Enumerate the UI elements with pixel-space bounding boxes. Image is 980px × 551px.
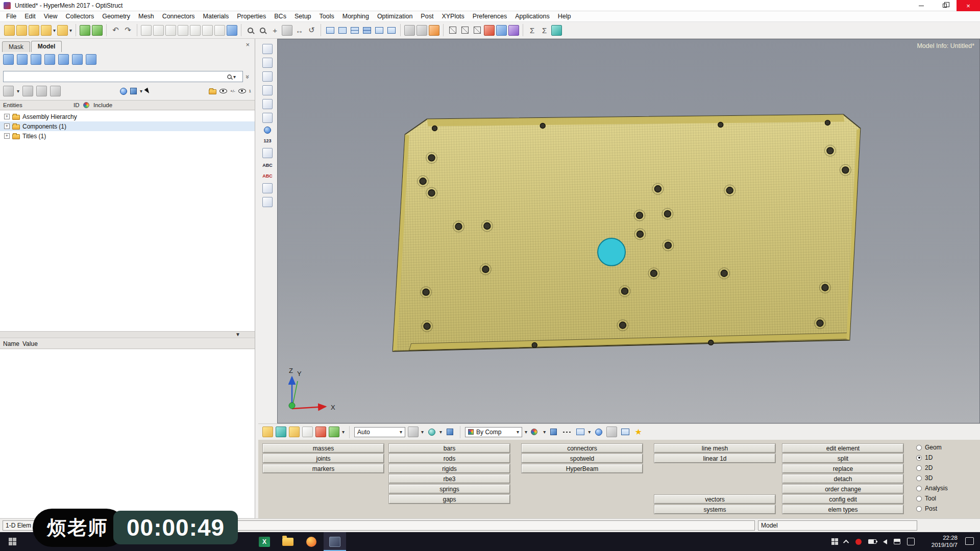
text-abc-red-icon[interactable]: ABC: [262, 172, 273, 180]
element-sphere-icon[interactable]: [426, 427, 437, 437]
show-hide-eye-icon[interactable]: [219, 89, 227, 93]
expand-tree-chevron-icon[interactable]: ▾: [17, 88, 19, 94]
export-icon[interactable]: [57, 25, 68, 36]
layout-two-horizontal-icon[interactable]: [349, 25, 360, 36]
expand-icon[interactable]: +: [4, 114, 10, 119]
include-page-icon[interactable]: [302, 427, 313, 437]
restore-button[interactable]: [933, 0, 957, 11]
config-edit-button[interactable]: config edit: [782, 495, 903, 504]
start-button[interactable]: [0, 532, 24, 551]
refresh-tree-icon[interactable]: [50, 86, 61, 96]
flag-icon[interactable]: [329, 427, 339, 437]
expand-tree-icon[interactable]: [3, 86, 14, 96]
menu-help[interactable]: Help: [554, 12, 575, 21]
edit-element-button[interactable]: edit element: [782, 444, 903, 453]
layout-four-icon[interactable]: [361, 25, 372, 36]
pin-icon[interactable]: [315, 427, 326, 437]
taskbar-explorer[interactable]: [277, 532, 299, 551]
taskview-grid-icon[interactable]: [831, 538, 838, 545]
menu-view[interactable]: View: [40, 12, 62, 21]
user-profiles-icon[interactable]: [80, 25, 90, 36]
pan-icon[interactable]: [282, 25, 292, 36]
entity-view-icon[interactable]: [3, 54, 14, 65]
menu-bcs[interactable]: BCs: [270, 12, 290, 21]
export-chevron-icon[interactable]: ▾: [69, 28, 72, 33]
entities-column-header[interactable]: Entities: [3, 102, 22, 108]
panel-close-icon[interactable]: ×: [246, 41, 250, 48]
hyperbeam-button[interactable]: HyperBeam: [522, 464, 643, 473]
property-table[interactable]: [0, 349, 255, 518]
network-icon[interactable]: [894, 539, 900, 544]
menu-preferences[interactable]: Preferences: [469, 12, 511, 21]
expand-icon[interactable]: +: [4, 133, 10, 139]
selected-hole-highlight[interactable]: [598, 238, 625, 266]
taskbar-clock[interactable]: 22:28 2019/10/7: [932, 534, 958, 548]
sync-selection-icon[interactable]: [36, 86, 47, 96]
recording-dot-icon[interactable]: [855, 539, 862, 545]
load-view-icon[interactable]: [17, 54, 28, 65]
info-icon[interactable]: [264, 127, 271, 134]
color-mode-combo[interactable]: By Comp ▾: [465, 427, 522, 437]
menu-setup[interactable]: Setup: [290, 12, 315, 21]
mask-icon[interactable]: [429, 25, 439, 36]
detach-button[interactable]: detach: [782, 474, 903, 483]
numbering-icon[interactable]: [551, 25, 562, 36]
rigids-button[interactable]: rigids: [389, 464, 510, 473]
menu-geometry[interactable]: Geometry: [98, 12, 134, 21]
import-chevron-icon[interactable]: ▾: [53, 28, 56, 33]
msphere-chevron-icon[interactable]: ▾: [543, 429, 546, 435]
mesh-model[interactable]: [278, 39, 979, 423]
sphere-chevron-icon[interactable]: ▾: [439, 429, 442, 435]
open-model-icon[interactable]: [16, 25, 27, 36]
name-column-header[interactable]: Name: [3, 340, 19, 347]
zoom-in-icon[interactable]: [245, 25, 256, 36]
mask-page-icon[interactable]: [262, 71, 273, 82]
measure-icon[interactable]: [404, 25, 415, 36]
collapse-tree-icon[interactable]: [22, 86, 33, 96]
bars-button[interactable]: bars: [389, 444, 510, 453]
menu-file[interactable]: File: [2, 12, 20, 21]
zoom-area-icon[interactable]: [257, 25, 268, 36]
section-page-icon[interactable]: [262, 113, 273, 123]
panel-expand-icon[interactable]: »: [244, 72, 252, 81]
include-column-header[interactable]: Include: [93, 102, 112, 108]
wireframe-geometry-icon[interactable]: [447, 25, 458, 36]
line-mesh-button[interactable]: line mesh: [654, 444, 775, 453]
menu-collectors[interactable]: Collectors: [62, 12, 99, 21]
layers-chevron-icon[interactable]: ▾: [588, 429, 591, 435]
radio-post[interactable]: Post: [916, 505, 937, 512]
expand-window-icon[interactable]: [386, 25, 397, 36]
id-column-header[interactable]: ID: [74, 102, 80, 108]
splitter-arrow-icon[interactable]: ▼: [235, 332, 240, 337]
color-extra-chevron-icon[interactable]: ▾: [525, 429, 527, 435]
layout-two-vertical-icon[interactable]: [337, 25, 348, 36]
tree-item-components[interactable]: + Components (1): [0, 121, 255, 131]
component-page-icon[interactable]: [289, 427, 300, 437]
grid-mesh-icon[interactable]: [606, 427, 617, 437]
notes-page-icon[interactable]: [262, 99, 273, 109]
tab-mask[interactable]: Mask: [2, 41, 30, 52]
search-icon[interactable]: [227, 74, 232, 79]
radio-geom[interactable]: Geom: [916, 444, 942, 451]
scale-icon[interactable]: [165, 25, 176, 36]
taskbar-hypermesh[interactable]: [324, 532, 346, 551]
rods-button[interactable]: rods: [389, 454, 510, 463]
review-icon[interactable]: [44, 54, 55, 65]
translate-icon[interactable]: [141, 25, 152, 36]
browser-config-icon[interactable]: [72, 54, 83, 65]
shaded-geometry-icon[interactable]: [459, 25, 470, 36]
project-icon[interactable]: [190, 25, 201, 36]
rotate-view-icon[interactable]: ↺: [306, 25, 317, 36]
gaps-button[interactable]: gaps: [389, 495, 510, 504]
save-model-icon[interactable]: [29, 25, 39, 36]
section-cut-icon[interactable]: [416, 25, 427, 36]
numbering-123-icon[interactable]: 123: [262, 137, 273, 144]
rbe3-button[interactable]: rbe3: [389, 474, 510, 483]
reflect-icon[interactable]: [178, 25, 188, 36]
capture-icon[interactable]: [227, 25, 237, 36]
layout-single-icon[interactable]: [325, 25, 335, 36]
layout-swap-icon[interactable]: [374, 25, 384, 36]
elements-sphere-icon[interactable]: [120, 88, 127, 95]
mass-calc-icon[interactable]: Σ: [539, 25, 550, 36]
tree-item-assembly-hierarchy[interactable]: + Assembly Hierarchy: [0, 112, 255, 121]
